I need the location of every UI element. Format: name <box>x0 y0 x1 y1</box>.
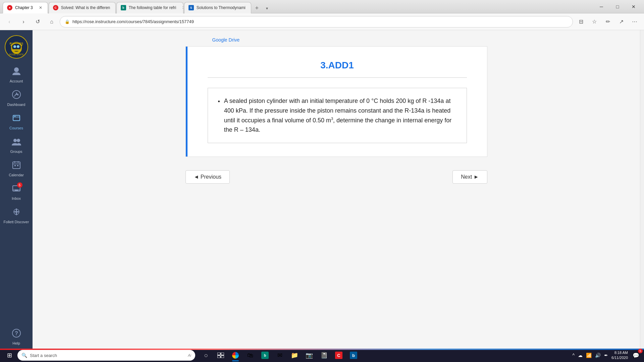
follett-label: Follett Discover <box>4 220 29 224</box>
taskbar-mail[interactable]: ✉ <box>273 349 286 362</box>
svg-rect-32 <box>221 356 224 358</box>
school-logo[interactable]: RAIDERS ROSE STATE <box>3 34 30 60</box>
sidebar-item-account[interactable]: Account <box>0 63 33 86</box>
content-inner: 3.ADD1 • A sealed piston cylinder with a… <box>187 47 487 157</box>
svg-point-5 <box>17 45 19 48</box>
taskbar-task-view[interactable] <box>214 349 227 362</box>
courses-label: Courses <box>9 126 23 130</box>
tray-expand-icon[interactable]: ^ <box>572 352 575 359</box>
tab-close-solved[interactable]: ✕ <box>115 5 115 11</box>
sidebar: RAIDERS ROSE STATE Account <box>0 30 33 349</box>
address-text: https://rose.instructure.com/courses/784… <box>72 19 568 24</box>
sidebar-item-dashboard[interactable]: Dashboard <box>0 86 33 110</box>
inbox-label: Inbox <box>12 196 21 200</box>
taskbar-bing[interactable]: b <box>258 349 272 362</box>
clock-date: 6/11/2020 <box>611 355 628 360</box>
sidebar-item-help[interactable]: ? Help <box>0 325 33 349</box>
tray-network-icon[interactable]: 📶 <box>585 352 592 359</box>
svg-rect-6 <box>11 49 21 51</box>
content-container: 3.ADD1 • A sealed piston cylinder with a… <box>185 46 487 157</box>
content-area: Google Drive 3.ADD1 • A sealed piston cy… <box>33 30 640 349</box>
new-tab-button[interactable]: + <box>252 3 262 13</box>
home-button[interactable]: ⌂ <box>46 16 58 28</box>
tab-close-chapter3[interactable]: ✕ <box>38 5 44 11</box>
follett-icon-svg <box>12 207 21 217</box>
calendar-icon <box>12 160 21 172</box>
content-scroll[interactable]: Google Drive 3.ADD1 • A sealed piston cy… <box>33 30 640 349</box>
taskbar-explorer[interactable]: 📁 <box>288 349 301 362</box>
favorites-button[interactable]: ☆ <box>588 16 600 28</box>
sidebar-item-groups[interactable]: Groups <box>0 133 33 157</box>
tray-pen-icon[interactable]: ✒ <box>603 352 609 359</box>
sidebar-item-courses[interactable]: Courses <box>0 110 33 133</box>
more-button[interactable]: ⋯ <box>629 16 641 28</box>
notification-button[interactable]: 💬 5 <box>631 350 641 361</box>
clock[interactable]: 8:18 AM 6/11/2020 <box>611 350 628 361</box>
address-bar[interactable]: 🔒 https://rose.instructure.com/courses/7… <box>60 16 573 27</box>
tab-close-solutions[interactable]: ✕ <box>250 5 251 11</box>
nav-bar: ‹ › ↺ ⌂ 🔒 https://rose.instructure.com/c… <box>0 13 644 30</box>
google-drive-link[interactable]: Google Drive <box>212 37 240 43</box>
tab-favicon-chapter3: ● <box>7 5 12 10</box>
close-button[interactable]: ✕ <box>626 0 641 13</box>
nav-buttons: ◄ Previous Next ► <box>185 167 487 190</box>
tab-favicon-solutions: S <box>189 5 194 10</box>
problem-body: A sealed piston cylinder with an initial… <box>224 96 457 135</box>
pen-button[interactable]: ✏ <box>602 16 614 28</box>
tab-following[interactable]: b The following table for refri ✕ <box>116 2 183 13</box>
courses-icon <box>12 113 21 125</box>
tab-chapter3[interactable]: ● Chapter 3 ✕ <box>3 2 48 13</box>
inbox-icon-wrapper: 6 <box>12 184 21 195</box>
split-view-button[interactable]: ⊟ <box>575 16 587 28</box>
minimize-button[interactable]: ─ <box>594 0 609 13</box>
taskbar-onenote[interactable]: 📓 <box>317 349 331 362</box>
search-icon: 🔍 <box>21 353 27 358</box>
tab-solved[interactable]: C Solved: What is the differen ✕ <box>49 2 116 13</box>
edge-icon <box>232 352 239 359</box>
start-button[interactable]: ⊞ <box>3 349 16 362</box>
tab-label-chapter3: Chapter 3 <box>15 5 33 10</box>
tab-group: ● Chapter 3 ✕ C Solved: What is the diff… <box>3 0 272 13</box>
taskbar-edge[interactable] <box>229 349 242 362</box>
taskbar-canvas[interactable]: C <box>332 349 345 362</box>
sidebar-item-follett[interactable]: Follett Discover <box>0 204 33 227</box>
title-bar: ● Chapter 3 ✕ C Solved: What is the diff… <box>0 0 644 13</box>
superscript-3: 3 <box>331 117 333 121</box>
tab-solutions[interactable]: S Solutions to Thermodynami ✕ <box>184 2 251 13</box>
help-label: Help <box>12 341 20 345</box>
taskbar-photos[interactable]: 📷 <box>303 349 316 362</box>
svg-rect-31 <box>217 356 220 358</box>
page-wrapper: RAIDERS ROSE STATE Account <box>0 30 644 349</box>
next-button[interactable]: Next ► <box>452 170 487 184</box>
svg-point-16 <box>17 139 20 142</box>
tray-cloud-icon[interactable]: ☁ <box>577 352 583 359</box>
previous-button[interactable]: ◄ Previous <box>185 170 230 184</box>
forward-button[interactable]: › <box>17 16 30 28</box>
bullet-point: • <box>218 97 220 135</box>
taskbar-bing2[interactable]: b <box>347 349 360 362</box>
tab-close-following[interactable]: ✕ <box>181 5 183 11</box>
svg-point-15 <box>13 139 17 142</box>
taskbar-store[interactable]: 🛍 <box>244 349 257 362</box>
section-title: 3.ADD1 <box>208 60 467 78</box>
back-button[interactable]: ‹ <box>3 16 15 28</box>
tab-overflow-button[interactable]: ▾ <box>262 3 272 13</box>
dashboard-label: Dashboard <box>7 103 25 107</box>
right-scrollbar[interactable] <box>640 30 644 349</box>
taskbar-apps: ○ 🛍 b ✉ 📁 <box>199 349 360 362</box>
sidebar-item-calendar[interactable]: Calendar <box>0 157 33 180</box>
refresh-button[interactable]: ↺ <box>32 16 44 28</box>
maximize-button[interactable]: □ <box>610 0 625 13</box>
svg-rect-21 <box>14 165 16 166</box>
share-button[interactable]: ↗ <box>615 16 627 28</box>
taskbar-right: ^ ☁ 📶 🔊 ✒ 8:18 AM 6/11/2020 💬 5 <box>572 350 641 361</box>
tray-volume-icon[interactable]: 🔊 <box>594 352 601 359</box>
svg-rect-12 <box>13 115 20 121</box>
svg-point-8 <box>14 67 19 72</box>
taskbar-cortana[interactable]: ○ <box>199 349 213 362</box>
inbox-badge: 6 <box>17 182 22 188</box>
sidebar-item-inbox[interactable]: 6 Inbox <box>0 180 33 204</box>
nav-right-icons: ⊟ ☆ ✏ ↗ ⋯ <box>575 16 641 28</box>
svg-rect-14 <box>14 116 15 117</box>
taskbar-search[interactable]: 🔍 Start a search Ai <box>17 350 195 361</box>
